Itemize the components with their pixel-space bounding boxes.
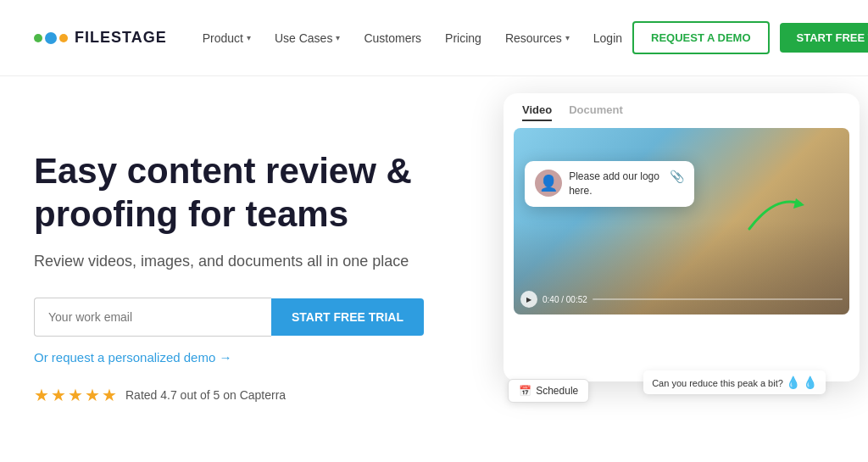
nav-actions: REQUEST A DEMO START FREE TRIAL <box>632 21 868 54</box>
start-trial-cta-button[interactable]: START FREE TRIAL <box>271 298 424 336</box>
main-nav: Product ▾ Use Cases ▾ Customers Pricing … <box>192 25 632 52</box>
cta-row: START FREE TRIAL <box>34 298 474 337</box>
video-time: 0:40 / 00:52 <box>542 295 587 304</box>
droplet-icon: 💧 <box>786 376 800 389</box>
tab-document[interactable]: Document <box>569 103 623 121</box>
chevron-down-icon: ▾ <box>247 33 251 42</box>
hero-left: Easy content review & proofing for teams… <box>34 133 474 405</box>
arrow-overlay <box>741 186 809 237</box>
nav-item-usecases[interactable]: Use Cases ▾ <box>264 25 350 52</box>
nav-item-login[interactable]: Login <box>583 25 632 52</box>
lower-comment: Can you reduce this peak a bit? 💧 💧 <box>643 370 826 394</box>
logo-dots <box>34 32 68 44</box>
dot-yellow <box>59 34 68 42</box>
arrow-svg <box>741 186 809 237</box>
main-content: Easy content review & proofing for teams… <box>0 76 868 462</box>
video-progress-bar <box>593 298 843 300</box>
play-button[interactable]: ▶ <box>520 291 537 308</box>
comment-text: Please add our logo here. <box>569 170 663 198</box>
hero-right: Video Document ▶ 0:40 / 00:52 <box>474 76 834 462</box>
chevron-down-icon: ▾ <box>336 33 340 42</box>
email-input[interactable] <box>34 298 271 337</box>
svg-marker-0 <box>793 198 804 209</box>
logo-text: FILESTAGE <box>75 29 167 47</box>
star-2: ★ <box>51 385 66 405</box>
star-rating: ★ ★ ★ ★ ★ <box>34 385 117 405</box>
nav-item-resources[interactable]: Resources ▾ <box>495 25 580 52</box>
request-demo-button[interactable]: REQUEST A DEMO <box>632 21 770 54</box>
rating-text: Rated 4.7 out of 5 on Capterra <box>125 388 286 402</box>
nav-item-customers[interactable]: Customers <box>353 25 431 52</box>
hero-subheadline: Review videos, images, and documents all… <box>34 253 474 270</box>
attachment-icon: 📎 <box>670 170 684 183</box>
dot-blue <box>45 32 57 44</box>
schedule-button[interactable]: 📅 Schedule <box>508 379 589 403</box>
calendar-icon: 📅 <box>519 385 531 397</box>
logo[interactable]: FILESTAGE <box>34 29 167 47</box>
tab-video[interactable]: Video <box>522 103 552 121</box>
dot-green <box>34 34 42 42</box>
demo-link[interactable]: Or request a personalized demo → <box>34 350 474 365</box>
nav-item-product[interactable]: Product ▾ <box>192 25 261 52</box>
droplet-icon-2: 💧 <box>803 376 817 389</box>
star-5: ★ <box>102 385 117 405</box>
chevron-down-icon: ▾ <box>565 33 570 42</box>
nav-item-pricing[interactable]: Pricing <box>435 25 492 52</box>
avatar: 👤 <box>535 170 562 197</box>
header: FILESTAGE Product ▾ Use Cases ▾ Customer… <box>0 0 868 76</box>
comment-bubble: 👤 Please add our logo here. 📎 <box>525 161 694 207</box>
device-tabs: Video Document <box>514 103 849 121</box>
video-controls: ▶ 0:40 / 00:52 <box>520 291 843 308</box>
mockup-container: Video Document ▶ 0:40 / 00:52 <box>474 76 834 462</box>
rating-row: ★ ★ ★ ★ ★ Rated 4.7 out of 5 on Capterra <box>34 385 474 405</box>
hero-headline: Easy content review & proofing for teams <box>34 150 474 236</box>
star-1: ★ <box>34 385 49 405</box>
star-4: ★ <box>85 385 100 405</box>
start-trial-header-button[interactable]: START FREE TRIAL <box>780 23 868 53</box>
star-3: ★ <box>68 385 83 405</box>
